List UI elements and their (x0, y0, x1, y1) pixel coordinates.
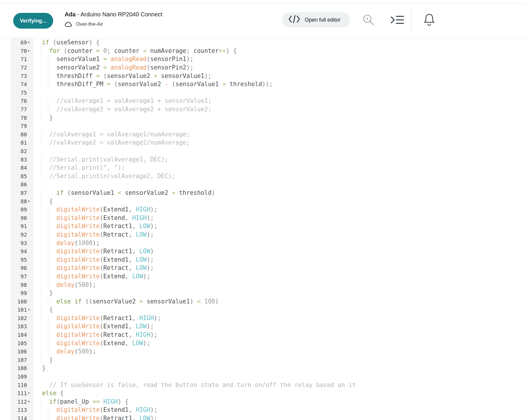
code-line[interactable]: 71 sensorValue1 = analogRead(sensorPin1)… (0, 55, 526, 63)
code-line[interactable]: 108 } (0, 364, 526, 372)
line-number: 90 (10, 215, 27, 221)
line-number: 92 (10, 231, 27, 237)
code-line[interactable]: 109 (0, 372, 526, 381)
search-button[interactable] (362, 13, 376, 28)
code-text: digitalWrite(Retract, LOW); (35, 264, 154, 271)
code-line[interactable]: 90 digitalWrite(Extend, HIGH); (0, 214, 526, 222)
line-number: 107 (10, 357, 27, 363)
code-line[interactable]: 82 (0, 147, 526, 155)
code-text: digitalWrite(Retract1, LOW); (35, 223, 158, 230)
code-brackets-icon (288, 15, 300, 25)
line-number: 113 (10, 407, 27, 413)
code-rows: 69▾ if (useSensor) {70▾ for (counter = 0… (0, 38, 526, 420)
code-line[interactable]: 94 digitalWrite(Retract1, LOW) (0, 247, 526, 256)
code-line[interactable]: 72 sensorValue2 = analogRead(sensorPin2)… (0, 63, 526, 72)
line-number: 69 (10, 39, 27, 46)
line-number: 112 (10, 398, 27, 405)
search-icon (362, 24, 376, 28)
cloud-icon (65, 22, 72, 27)
line-number: 85 (10, 173, 27, 179)
line-number: 73 (10, 73, 27, 79)
code-line[interactable]: 84 //Serial.print(", "); (0, 164, 526, 172)
fold-arrow-icon[interactable]: ▾ (28, 49, 30, 53)
code-text: if(panel_Up == HIGH) { (35, 398, 129, 405)
sketch-name: Ada (65, 11, 76, 18)
code-text: { (35, 198, 53, 205)
code-line[interactable]: 111▾ else { (0, 389, 526, 398)
title-separator: - (76, 11, 81, 18)
line-number: 110 (10, 382, 27, 388)
bell-icon (423, 23, 435, 28)
code-line[interactable]: 81 //valAverage2 = valAverage2/numAverag… (0, 138, 526, 147)
code-line[interactable]: 83 //Serial.print(valAverage1, DEC); (0, 155, 526, 164)
code-line[interactable]: 102 digitalWrite(Retract1, HIGH); (0, 314, 526, 322)
code-line[interactable]: 104 digitalWrite(Retract, HIGH); (0, 331, 526, 339)
code-line[interactable]: 105 digitalWrite(Extend, LOW); (0, 339, 526, 347)
fold-arrow-icon[interactable]: ▾ (28, 199, 30, 203)
code-line[interactable]: 76 //valAverage1 = valAverage1 + sensorV… (0, 97, 526, 105)
code-text: threshDiff = (sensorValue2 + sensorValue… (35, 72, 212, 79)
code-text: else if ((sensorValue2 + sensorValue1) <… (35, 298, 219, 305)
code-line[interactable]: 91 digitalWrite(Retract1, LOW); (0, 222, 526, 230)
line-number: 89 (10, 206, 27, 213)
fold-arrow-icon[interactable]: ▾ (28, 391, 30, 395)
code-line[interactable]: 97 digitalWrite(Extend, LOW); (0, 272, 526, 281)
code-line[interactable]: 85 //Serial.println(valAverage2, DEC); (0, 172, 526, 181)
code-line[interactable]: 114 digitalWrite(Retract1, LOW); (0, 414, 526, 420)
fold-arrow-icon[interactable]: ▾ (28, 41, 30, 44)
code-line[interactable]: 75 (0, 88, 526, 97)
code-line[interactable]: 99 } (0, 289, 526, 297)
open-full-editor-button[interactable]: Open full editor (282, 12, 350, 27)
code-line[interactable]: 69▾ if (useSensor) { (0, 38, 526, 47)
code-line[interactable]: 70▾ for (counter = 0; counter < numAvera… (0, 47, 526, 55)
code-line[interactable]: 96 digitalWrite(Retract, LOW); (0, 264, 526, 272)
code-line[interactable]: 87 if (sensorValue1 < sensorValue2 + thr… (0, 189, 526, 197)
line-number: 71 (10, 56, 27, 62)
code-line[interactable]: 89 digitalWrite(Extend1, HIGH); (0, 205, 526, 214)
line-number: 80 (10, 131, 27, 137)
code-line[interactable]: 113 digitalWrite(Extend1, HIGH); (0, 406, 526, 414)
code-line[interactable]: 100 else if ((sensorValue2 + sensorValue… (0, 297, 526, 306)
console-button[interactable] (391, 15, 404, 26)
code-line[interactable]: 95 digitalWrite(Extend1, LOW); (0, 255, 526, 264)
code-line[interactable]: 73 threshDiff = (sensorValue2 + sensorVa… (0, 72, 526, 80)
line-number: 79 (10, 123, 27, 129)
sketch-title-block: Ada - Arduino Nano RP2040 Connect Over-t… (65, 11, 162, 27)
notifications-button[interactable] (423, 13, 435, 28)
code-line[interactable]: 80 //valAverage1 = valAverage1/numAverag… (0, 130, 526, 139)
code-line[interactable]: 79 (0, 122, 526, 130)
code-line[interactable]: 98 delay(500); (0, 280, 526, 289)
code-editor[interactable]: 69▾ if (useSensor) {70▾ for (counter = 0… (0, 38, 526, 420)
code-line[interactable]: 103 digitalWrite(Extend1, LOW); (0, 322, 526, 331)
code-text: digitalWrite(Extend1, LOW); (35, 256, 154, 263)
code-line[interactable]: 78 } (0, 113, 526, 122)
line-number: 95 (10, 256, 27, 263)
code-line[interactable]: 101▾ { (0, 306, 526, 314)
line-number: 104 (10, 332, 27, 338)
code-line[interactable]: 88▾ { (0, 197, 526, 205)
code-text: digitalWrite(Extend, HIGH); (35, 214, 154, 221)
code-line[interactable]: 92 digitalWrite(Retract, LOW); (0, 230, 526, 239)
code-line[interactable]: 86 (0, 180, 526, 189)
line-number: 76 (10, 98, 27, 104)
code-text: digitalWrite(Extend1, HIGH); (35, 206, 158, 213)
code-text: digitalWrite(Retract1, LOW) (35, 248, 154, 255)
code-line[interactable]: 110 // If useSensor is false, read the b… (0, 381, 526, 389)
code-text: //Serial.print(valAverage1, DEC); (35, 156, 168, 163)
connection-type-label: Over-the-Air (76, 21, 103, 27)
code-line[interactable]: 74 threshDiff_PM = (sensorValue2 - (sens… (0, 80, 526, 88)
fold-arrow-icon[interactable]: ▾ (28, 308, 30, 311)
code-line[interactable]: 106 delay(500); (0, 347, 526, 356)
line-number: 114 (10, 415, 27, 420)
fold-arrow-icon[interactable]: ▾ (28, 400, 30, 403)
code-line[interactable]: 112▾ if(panel_Up == HIGH) { (0, 398, 526, 406)
code-line[interactable]: 107 } (0, 356, 526, 364)
code-text: for (counter = 0; counter < numAverage; … (35, 47, 237, 54)
code-line[interactable]: 93 delay(1000); (0, 239, 526, 247)
code-text: digitalWrite(Retract, LOW); (35, 231, 154, 238)
line-number: 99 (10, 290, 27, 296)
code-text: } (35, 365, 46, 372)
code-text: //Serial.println(valAverage2, DEC); (35, 173, 175, 180)
code-text: sensorValue1 = analogRead(sensorPin1); (35, 55, 193, 63)
code-line[interactable]: 77 //valAverage2 = valAverage2 + sensorV… (0, 105, 526, 114)
